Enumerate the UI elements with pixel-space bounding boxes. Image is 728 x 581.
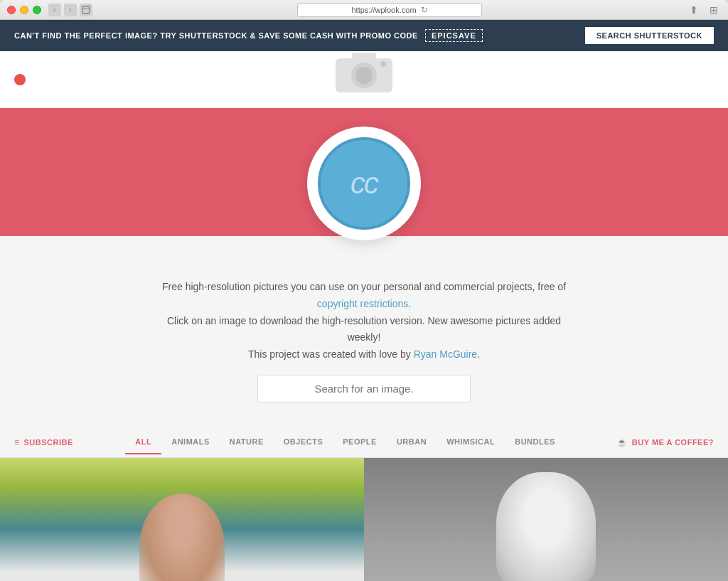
subscribe-icon: ≡ [14, 437, 20, 447]
description-section: Free high-resolution pictures you can us… [0, 236, 728, 428]
address-bar[interactable]: https://wplook.com ↻ [297, 3, 482, 17]
camera-logo [332, 44, 396, 97]
tab-bundles[interactable]: BUNDLES [505, 430, 565, 454]
svg-rect-5 [352, 53, 376, 61]
cc-inner-circle: cc [318, 137, 410, 230]
image-tile-right[interactable] [364, 458, 728, 581]
tab-whimsical[interactable]: WHIMSICAL [437, 430, 505, 454]
search-shutterstock-button[interactable]: SEARCH SHUTTERSTOCK [585, 27, 714, 44]
buy-coffee-label: BUY ME A COFFEE? [632, 438, 714, 447]
description-text: Free high-resolution pictures you can us… [151, 279, 577, 363]
image-grid [0, 458, 728, 581]
search-container [257, 375, 471, 403]
tab-nature[interactable]: NATURE [220, 430, 274, 454]
tab-people[interactable]: PEOPLE [333, 430, 387, 454]
description-line3-prefix: This project was created with love by [248, 348, 411, 360]
period: . [477, 348, 480, 360]
window-icon [80, 4, 92, 16]
buy-coffee-button[interactable]: ☕ BUY ME A COFFEE? [617, 438, 714, 447]
tab-urban[interactable]: URBAN [387, 430, 437, 454]
copyright-link[interactable]: copyright restrictions [317, 298, 408, 309]
promo-message: CAN'T FIND THE PERFECT IMAGE? TRY SHUTTE… [14, 31, 418, 40]
forward-button[interactable]: › [64, 4, 77, 16]
description-line1: Free high-resolution pictures you can us… [162, 281, 566, 292]
svg-rect-0 [82, 6, 90, 14]
title-bar: ‹ › https://wplook.com ↻ ⬆ ⊞ [0, 0, 728, 20]
svg-point-4 [355, 67, 373, 84]
ryan-mcguire-link[interactable]: Ryan McGuire [414, 348, 477, 360]
bookmark-icon[interactable]: ⊞ [707, 3, 721, 17]
promo-code: EPICSAVE [425, 29, 483, 42]
camera-icon [332, 44, 396, 94]
red-dot-indicator [14, 74, 26, 85]
traffic-lights [7, 6, 41, 14]
nav-buttons: ‹ › [48, 4, 77, 16]
browser-content: CAN'T FIND THE PERFECT IMAGE? TRY SHUTTE… [0, 20, 728, 581]
description-line2: Click on an image to download the high-r… [167, 315, 561, 343]
reload-icon[interactable]: ↻ [421, 5, 428, 15]
promo-text: CAN'T FIND THE PERFECT IMAGE? TRY SHUTTE… [14, 29, 483, 42]
tab-animals[interactable]: ANIMALS [161, 430, 220, 454]
close-button[interactable] [7, 6, 16, 14]
maximize-button[interactable] [33, 6, 41, 14]
hero-section: cc [0, 108, 728, 236]
minimize-button[interactable] [20, 6, 28, 14]
url-text: https://wplook.com [351, 6, 416, 14]
toolbar-icons: ⬆ ⊞ [687, 3, 721, 17]
coffee-icon: ☕ [617, 438, 628, 447]
nav-tabs: ≡ SUBSCRIBE ALL ANIMALS NATURE OBJECTS P… [0, 428, 728, 458]
subscribe-button[interactable]: ≡ SUBSCRIBE [14, 437, 73, 447]
tab-objects[interactable]: OBJECTS [274, 430, 333, 454]
browser-window: ‹ › https://wplook.com ↻ ⬆ ⊞ CAN'T FIND … [0, 0, 728, 581]
cc-logo-wrapper: cc [307, 127, 421, 240]
person-image [0, 458, 364, 581]
dog-image [364, 458, 728, 581]
address-bar-container: https://wplook.com ↻ [135, 3, 644, 17]
back-button[interactable]: ‹ [48, 4, 61, 16]
svg-point-6 [380, 61, 386, 67]
tabs-center: ALL ANIMALS NATURE OBJECTS PEOPLE URBAN … [73, 430, 618, 454]
tab-all[interactable]: ALL [125, 430, 161, 454]
share-icon[interactable]: ⬆ [687, 3, 701, 17]
search-input[interactable] [257, 375, 471, 403]
cc-outer-circle: cc [307, 127, 421, 240]
subscribe-label: SUBSCRIBE [24, 438, 73, 447]
site-header [0, 51, 728, 108]
cc-logo-text: cc [350, 166, 378, 201]
image-tile-left[interactable] [0, 458, 364, 581]
